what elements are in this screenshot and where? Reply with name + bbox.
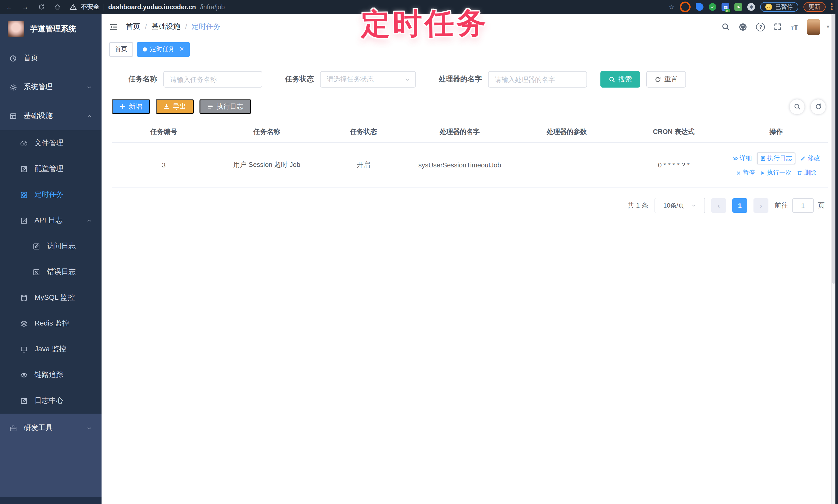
extension-icon-leaf[interactable]: ❧	[735, 3, 743, 11]
bookmark-star-icon[interactable]: ☆	[669, 3, 675, 11]
col-header-actions: 操作	[724, 125, 828, 139]
help-icon[interactable]: ?	[756, 22, 765, 31]
extension-icon-blue-drop[interactable]	[696, 3, 704, 11]
chevron-up-icon	[87, 218, 92, 223]
exec-log-button[interactable]: 执行日志	[199, 99, 251, 114]
sidebar-item-error-log[interactable]: 错误日志	[0, 259, 102, 285]
gear-icon	[9, 83, 17, 91]
screen: ← → 不安全 dashboard.yudao.iocoder.cn/infra…	[0, 0, 838, 504]
fullscreen-icon[interactable]	[774, 23, 782, 31]
sidebar-item-access-log[interactable]: 访问日志	[0, 233, 102, 259]
sidebar-item-mysql[interactable]: MySQL 监控	[0, 285, 102, 311]
job-name-input[interactable]	[163, 71, 262, 88]
job-status-select[interactable]: 请选择任务状态	[320, 71, 416, 88]
prev-page-button[interactable]: ‹	[711, 198, 726, 213]
user-menu-caret-icon[interactable]: ▼	[826, 24, 830, 29]
sidebar-item-job[interactable]: 定时任务	[0, 182, 102, 208]
address-bar[interactable]: 不安全 dashboard.yudao.iocoder.cn/infra/job	[70, 3, 225, 11]
app-logo-row[interactable]: 芋道管理系统	[0, 14, 102, 44]
chrome-update-button[interactable]: 更新	[803, 2, 826, 12]
breadcrumb-infra[interactable]: 基础设施	[152, 22, 180, 32]
browser-nav: ← →	[5, 3, 61, 11]
col-header-cron: CRON 表达式	[623, 125, 724, 139]
sidebar-item-trace[interactable]: 链路追踪	[0, 362, 102, 388]
page-scrollbar[interactable]	[831, 14, 835, 504]
chevron-down-icon	[405, 76, 410, 82]
refresh-icon	[654, 76, 661, 83]
pencil-icon	[800, 156, 806, 161]
goto-page-input[interactable]	[792, 198, 814, 213]
sidebar-bottom-strip	[0, 497, 102, 504]
browser-back-icon[interactable]: ←	[5, 3, 13, 11]
extension-icon-green-check[interactable]: ✓	[709, 3, 717, 11]
font-size-icon[interactable]: TT	[791, 23, 798, 31]
cell-cron: 0 * * * * ? *	[623, 159, 724, 171]
current-page-button[interactable]: 1	[732, 198, 747, 213]
export-button[interactable]: 导出	[156, 99, 194, 114]
job-status-label: 任务状态	[285, 75, 314, 84]
sidebar-item-config[interactable]: 配置管理	[0, 156, 102, 182]
col-header-handler: 处理器的名字	[409, 125, 510, 139]
sidebar-submenu-infra: 文件管理 配置管理 定时任务 API 日志 访问日志	[0, 130, 102, 414]
trash-icon	[797, 170, 802, 176]
next-page-button[interactable]: ›	[753, 198, 768, 213]
sidebar-item-devtools[interactable]: 研发工具	[0, 414, 102, 443]
extension-icon-blue-grid[interactable]: ▦on	[722, 3, 730, 11]
sidebar-collapse-icon[interactable]	[109, 22, 118, 31]
url-host[interactable]: dashboard.yudao.iocoder.cn	[108, 3, 196, 11]
run-once-link[interactable]: 执行一次	[760, 168, 792, 177]
browser-reload-icon[interactable]	[37, 3, 45, 11]
log-list-icon	[207, 104, 213, 110]
breadcrumb-separator: /	[185, 23, 187, 31]
handler-name-input[interactable]	[488, 71, 587, 88]
sidebar-item-infra[interactable]: 基础设施	[0, 102, 102, 130]
sidebar-item-api-log[interactable]: API 日志	[0, 208, 102, 233]
eye-icon	[20, 371, 28, 379]
security-label[interactable]: 不安全	[81, 3, 100, 11]
browser-forward-icon[interactable]: →	[21, 3, 29, 11]
pause-link[interactable]: 暂停	[736, 168, 755, 177]
pagination: 共 1 条 10条/页 ‹ 1 › 前往 页	[112, 198, 828, 213]
tab-home[interactable]: 首页	[109, 42, 133, 56]
sidebar-item-system[interactable]: 系统管理	[0, 73, 102, 102]
breadcrumb-home[interactable]: 首页	[126, 22, 140, 32]
recorder-paused-badge[interactable]: 已暂停	[761, 2, 798, 12]
access-log-icon	[33, 242, 40, 250]
extension-icon-paw[interactable]: ✱	[748, 3, 755, 11]
toggle-search-button[interactable]	[789, 99, 804, 114]
refresh-table-button[interactable]	[811, 99, 826, 114]
infra-icon	[9, 112, 17, 120]
search-icon[interactable]	[722, 23, 730, 31]
layers-icon	[20, 320, 28, 327]
github-icon[interactable]	[739, 22, 748, 31]
download-icon	[163, 104, 170, 110]
sidebar-item-java[interactable]: Java 监控	[0, 336, 102, 362]
user-avatar[interactable]	[807, 19, 820, 35]
page-size-select[interactable]: 10条/页	[654, 198, 705, 213]
sidebar-item-redis[interactable]: Redis 监控	[0, 311, 102, 336]
schedule-clock-icon	[20, 191, 28, 199]
sidebar-item-log-center[interactable]: 日志中心	[0, 388, 102, 414]
reset-button[interactable]: 重置	[646, 71, 686, 88]
extension-icon-orange[interactable]	[680, 2, 691, 12]
add-button[interactable]: 新增	[112, 99, 150, 114]
scrollbar-thumb[interactable]	[832, 14, 835, 284]
browser-home-icon[interactable]	[53, 3, 61, 11]
url-path[interactable]: /infra/job	[200, 3, 225, 11]
edit-link[interactable]: 修改	[800, 154, 820, 163]
chevron-down-icon	[87, 84, 92, 90]
breadcrumb-separator: /	[145, 23, 147, 31]
job-name-label: 任务名称	[128, 75, 157, 84]
delete-link[interactable]: 删除	[797, 168, 816, 177]
window-edge	[835, 0, 838, 504]
row-exec-log-link[interactable]: 执行日志	[757, 152, 795, 164]
warning-triangle-icon	[70, 4, 77, 10]
browser-menu-icon[interactable]: •••	[831, 3, 833, 11]
detail-link[interactable]: 详细	[732, 154, 752, 163]
close-tab-icon[interactable]: ✕	[179, 46, 184, 53]
search-button[interactable]: 搜索	[600, 71, 640, 88]
sidebar-item-home[interactable]: 首页	[0, 44, 102, 73]
sidebar-item-file[interactable]: 文件管理	[0, 130, 102, 156]
tab-job-active[interactable]: 定时任务 ✕	[137, 42, 190, 56]
app-logo-avatar	[8, 21, 24, 37]
